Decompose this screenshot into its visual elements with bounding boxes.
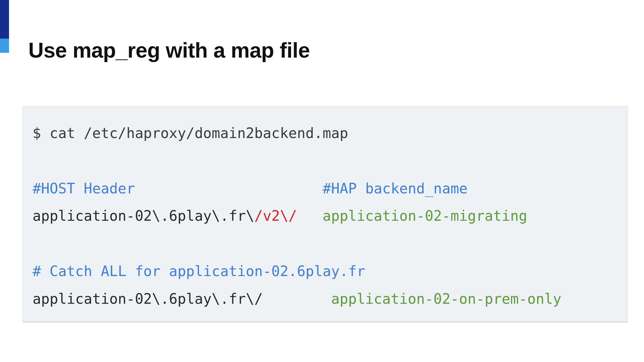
map-row-1-backend: application-02-migrating (323, 208, 527, 224)
accent-bar-dark (0, 0, 9, 39)
map-row-1-path: /v2\/ (254, 208, 297, 224)
column-header-host: #HOST Header (33, 180, 135, 197)
slide: Use map_reg with a map file $ cat /etc/h… (0, 0, 644, 362)
column-header-backend: #HAP backend_name (323, 180, 468, 197)
slide-title: Use map_reg with a map file (28, 38, 310, 62)
map-row-2-backend: application-02-on-prem-only (331, 291, 561, 307)
map-row-2-host: application-02\.6play\.fr\/ (33, 291, 263, 307)
map-row-1-host: application-02\.6play\.fr\ (33, 208, 254, 224)
code-block: $ cat /etc/haproxy/domain2backend.map #H… (23, 106, 628, 322)
catchall-comment: # Catch ALL for application-02.6play.fr (33, 263, 365, 279)
shell-prompt: $ cat /etc/haproxy/domain2backend.map (33, 125, 348, 141)
accent-bar-light (0, 39, 9, 53)
